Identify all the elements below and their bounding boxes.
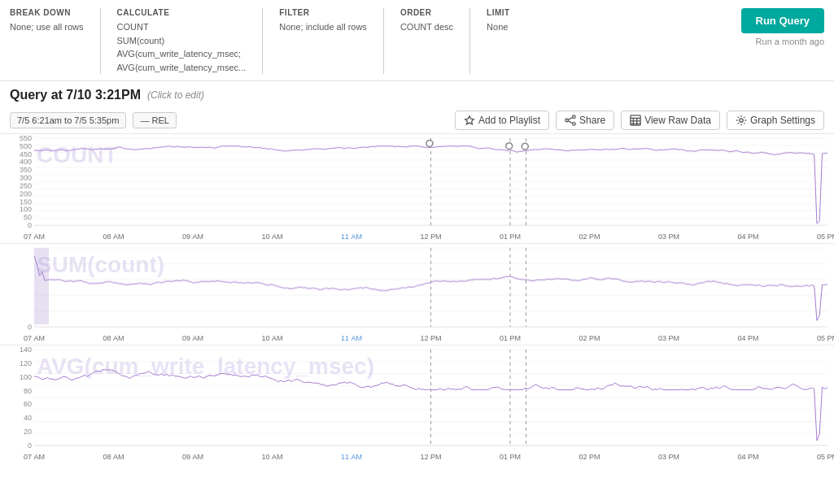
calculate-value-3: AVG(cum_write_latency_msec;: [117, 47, 247, 61]
gear-icon: [736, 115, 747, 126]
chart-avg: AVG(cum_write_latency_msec): [0, 345, 834, 463]
run-ago-label: Run a month ago: [756, 37, 824, 46]
controls-bar: 7/5 6:21am to 7/5 5:35pm — REL Add to Pl…: [0, 107, 834, 134]
calculate-section: CALCULATE COUNT SUM(count) AVG(cum_write…: [117, 8, 264, 74]
limit-section: LIMIT None: [487, 8, 552, 74]
svg-line-5: [568, 121, 572, 124]
order-label: ORDER: [400, 8, 453, 17]
filter-value: None; include all rows: [279, 20, 367, 34]
rel-button[interactable]: — REL: [133, 112, 176, 128]
svg-point-12: [740, 119, 743, 122]
breakdown-label: BREAK DOWN: [10, 8, 84, 17]
breakdown-value: None; use all rows: [10, 20, 84, 34]
calculate-label: CALCULATE: [117, 8, 247, 17]
graph-settings-label: Graph Settings: [750, 115, 815, 126]
click-to-edit[interactable]: (Click to edit): [147, 89, 204, 101]
star-icon: [464, 115, 475, 126]
run-query-button[interactable]: Run Query: [741, 8, 824, 33]
filter-section: FILTER None; include all rows: [279, 8, 384, 74]
table-icon: [630, 115, 641, 126]
calculate-value-4: AVG(cum_write_latency_msec...: [117, 61, 247, 75]
svg-point-2: [573, 123, 576, 126]
limit-value: None: [487, 20, 535, 34]
svg-line-4: [568, 118, 572, 120]
limit-label: LIMIT: [487, 8, 535, 17]
add-to-playlist-button[interactable]: Add to Playlist: [455, 111, 549, 130]
graph-settings-button[interactable]: Graph Settings: [727, 111, 824, 130]
time-range[interactable]: 7/5 6:21am to 7/5 5:35pm: [10, 112, 126, 128]
query-title: Query at 7/10 3:21PM: [10, 88, 141, 102]
view-raw-data-button[interactable]: View Raw Data: [621, 111, 720, 130]
chart-sum: SUM(count): [0, 244, 834, 345]
breakdown-section: BREAK DOWN None; use all rows: [10, 8, 101, 74]
add-to-playlist-label: Add to Playlist: [478, 115, 540, 126]
svg-marker-0: [465, 116, 474, 124]
run-query-area: Run Query Run a month ago: [727, 8, 824, 46]
charts-container: COUNT SUM(count) AVG(cum_write_latency_m…: [0, 134, 834, 463]
share-icon: [565, 115, 576, 126]
view-raw-data-label: View Raw Data: [644, 115, 711, 126]
share-button[interactable]: Share: [556, 111, 614, 130]
svg-point-3: [565, 119, 569, 122]
filter-label: FILTER: [279, 8, 367, 17]
query-title-bar: Query at 7/10 3:21PM (Click to edit): [0, 81, 834, 107]
share-label: Share: [579, 115, 605, 126]
top-bar: BREAK DOWN None; use all rows CALCULATE …: [0, 0, 834, 81]
order-value: COUNT desc: [400, 20, 453, 34]
purple-highlight-rect: [34, 248, 49, 324]
order-section: ORDER COUNT desc: [400, 8, 470, 74]
query-builder-sections: BREAK DOWN None; use all rows CALCULATE …: [10, 8, 727, 74]
chart-count: COUNT: [0, 134, 834, 244]
calculate-value-2: SUM(count): [117, 34, 247, 48]
svg-point-1: [573, 115, 576, 119]
calculate-value-1: COUNT: [117, 20, 247, 34]
